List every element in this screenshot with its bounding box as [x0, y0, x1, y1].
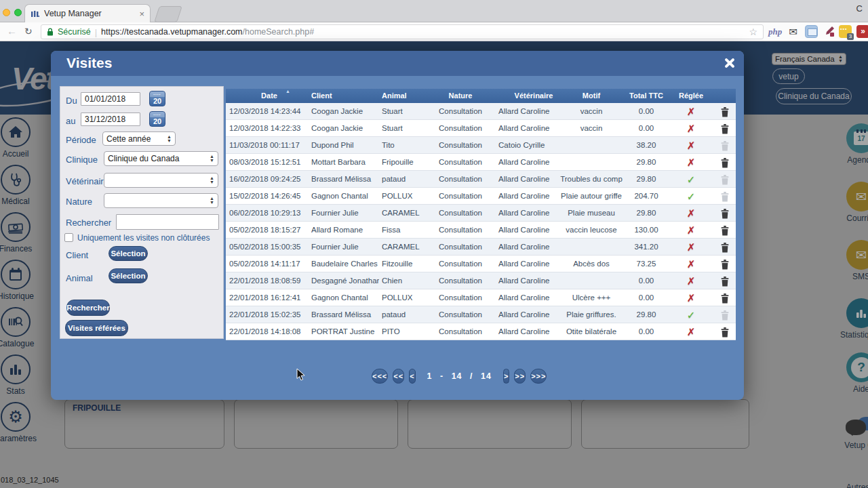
address-bar[interactable]: Sécurisé | https://testcanada.vetupmanag…	[41, 24, 764, 39]
search-button[interactable]: Rechercher	[66, 300, 110, 316]
table-row[interactable]: 16/02/2018 09:24:25 Brassard Mélissa pat…	[226, 171, 736, 188]
table-row[interactable]: 05/02/2018 15:00:35 Fournier Julie CARAM…	[226, 239, 736, 256]
cell-nature: Consultation	[435, 323, 486, 340]
cell-delete[interactable]	[715, 103, 734, 120]
sort-asc-icon[interactable]: ▲	[285, 89, 290, 94]
column-header-client[interactable]: Client	[311, 89, 379, 103]
trash-icon[interactable]	[721, 259, 729, 272]
cell-delete[interactable]	[715, 222, 734, 239]
trash-icon[interactable]	[721, 225, 729, 239]
cell-delete[interactable]	[715, 323, 734, 340]
periode-select[interactable]: Cette année ▲▼	[102, 131, 176, 146]
animal-selection-button[interactable]: Sélection	[108, 268, 148, 283]
veterinaire-select[interactable]: ▲▼	[104, 173, 218, 188]
clinique-select[interactable]: Clinique du Canada ▲▼	[104, 151, 218, 166]
non-cloturees-label: Uniquement les visites non clôturées	[77, 233, 210, 243]
window-extension-icon[interactable]	[805, 25, 818, 38]
paid-status-icon: ✓	[687, 174, 696, 185]
cell-delete[interactable]	[715, 120, 734, 137]
new-tab-button[interactable]	[154, 6, 182, 22]
trash-icon[interactable]	[721, 123, 729, 137]
url-domain: https://testcanada.vetupmanager.com	[101, 27, 242, 37]
forward-extension-icon[interactable]: »	[856, 25, 868, 38]
table-row[interactable]: 12/03/2018 14:22:33 Coogan Jackie Stuart…	[226, 120, 736, 137]
referred-visits-button[interactable]: Visites référées	[65, 320, 128, 336]
cell-delete[interactable]	[715, 239, 734, 256]
table-row[interactable]: 22/01/2018 15:02:35 Brassard Mélissa pat…	[226, 306, 736, 323]
cell-delete[interactable]	[715, 137, 734, 154]
eyedropper-extension-icon[interactable]	[823, 25, 835, 38]
table-row[interactable]: 08/03/2018 15:12:51 Mottart Barbara Frip…	[226, 154, 736, 171]
pagination-next-button[interactable]: >>>	[530, 369, 547, 384]
non-cloturees-checkbox[interactable]	[64, 233, 73, 242]
table-row[interactable]: 22/01/2018 18:08:59 Desgagné Jonathan Ch…	[226, 272, 736, 289]
paid-status-icon: ✓	[687, 190, 696, 202]
column-header-reglee[interactable]: Réglée	[671, 89, 711, 103]
cell-delete[interactable]	[715, 188, 734, 205]
trash-icon[interactable]	[721, 157, 729, 171]
cell-delete[interactable]	[715, 205, 734, 222]
trash-icon[interactable]	[721, 242, 729, 256]
cell-delete[interactable]	[715, 306, 734, 323]
table-row[interactable]: 22/01/2018 14:18:08 PORTRAT Justine PITO…	[226, 323, 736, 340]
paid-status-icon: ✗	[687, 140, 696, 151]
trash-icon[interactable]	[721, 140, 729, 154]
pagination-next-button[interactable]: >>	[514, 369, 526, 384]
table-row[interactable]: 05/02/2018 14:11:17 Baudelaire Charles F…	[226, 256, 736, 272]
trash-icon[interactable]	[721, 208, 729, 222]
bookmark-star-icon[interactable]: ☆	[749, 26, 757, 37]
table-row[interactable]: 05/02/2018 18:15:27 Allard Romane Fissa …	[226, 222, 736, 239]
tab-close-icon[interactable]: ×	[139, 9, 144, 18]
pagination-prev-button[interactable]: <<<	[372, 369, 388, 384]
trash-icon[interactable]	[721, 293, 729, 306]
calendar-picker-icon[interactable]: ▪▪▪▪20	[149, 111, 165, 127]
table-row[interactable]: 11/03/2018 00:11:17 Dupond Phil Tito Con…	[226, 137, 736, 154]
table-row[interactable]: 15/02/2018 14:26:45 Gagnon Chantal POLLU…	[226, 188, 736, 205]
cell-delete[interactable]	[715, 272, 734, 289]
trash-icon[interactable]	[721, 106, 729, 120]
trash-icon[interactable]	[721, 191, 729, 205]
calendar-picker-icon[interactable]: ▪▪▪▪20	[149, 91, 165, 106]
cell-delete[interactable]	[715, 154, 734, 171]
cell-delete[interactable]	[715, 171, 734, 188]
column-header-total-ttc[interactable]: Total TTC	[619, 89, 673, 103]
mouse-cursor	[296, 368, 306, 382]
table-row[interactable]: 12/03/2018 14:23:44 Coogan Jackie Stuart…	[226, 103, 736, 120]
pagination-prev-button[interactable]: <	[409, 369, 415, 384]
cell-client: Baudelaire Charles	[311, 256, 379, 272]
pagination-prev-button[interactable]: <<	[393, 369, 404, 384]
php-extension-icon[interactable]: php	[768, 26, 781, 39]
window-minimize-button[interactable]	[3, 9, 10, 16]
pagination-next-button[interactable]: >	[503, 369, 509, 384]
cell-total-ttc: 73.25	[619, 256, 673, 272]
cell-delete[interactable]	[715, 289, 734, 306]
back-icon[interactable]: ←	[7, 25, 17, 37]
clinique-label: Clinique	[66, 155, 98, 165]
search-text-input[interactable]	[116, 214, 219, 230]
cell-delete[interactable]	[715, 256, 734, 272]
column-header-animal[interactable]: Animal	[382, 89, 435, 103]
client-selection-button[interactable]: Sélection	[108, 246, 148, 261]
reload-icon[interactable]: ↻	[24, 26, 33, 37]
dots-extension-icon[interactable]: 3	[839, 25, 852, 38]
nature-select[interactable]: ▲▼	[104, 193, 218, 208]
cell-date: 05/02/2018 14:11:17	[229, 256, 309, 272]
date-from-input[interactable]: 01/01/2018	[81, 92, 140, 106]
trash-icon[interactable]	[721, 276, 729, 289]
cell-reglee: ✗	[671, 120, 711, 137]
window-zoom-button[interactable]	[14, 9, 22, 16]
browser-toolbar: ← ↻ Sécurisé | https://testcanada.vetupm…	[0, 22, 868, 41]
column-header-date[interactable]: Date	[229, 89, 309, 103]
column-header-nature[interactable]: Nature	[435, 89, 486, 103]
mail-extension-icon[interactable]: ✉	[787, 26, 800, 39]
table-row[interactable]: 06/02/2018 10:29:13 Fournier Julie CARAM…	[226, 205, 736, 222]
browser-tab[interactable]: Vetup Manager ×	[24, 4, 151, 22]
cell-client: Fournier Julie	[311, 205, 379, 222]
paid-status-icon: ✗	[687, 207, 696, 219]
date-to-input[interactable]: 31/12/2018	[81, 113, 140, 126]
trash-icon[interactable]	[721, 174, 729, 188]
trash-icon[interactable]	[721, 310, 729, 323]
close-icon[interactable]	[723, 57, 735, 69]
trash-icon[interactable]	[721, 327, 729, 340]
table-row[interactable]: 22/01/2018 16:12:41 Gagnon Chantal POLLU…	[226, 289, 736, 306]
